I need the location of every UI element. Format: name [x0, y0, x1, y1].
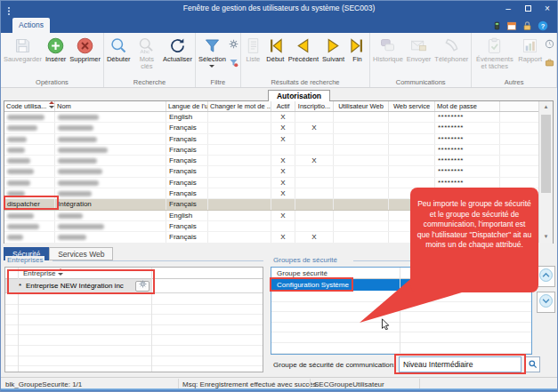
cell-nom — [55, 232, 166, 242]
ribbon-button-supprimer[interactable]: Supprimer — [68, 34, 102, 64]
ribbon-group-recherche: DébuterAbcMots clésActualiserRecherche — [104, 33, 196, 87]
ribbon-button-fin[interactable]: Fin — [346, 34, 368, 64]
cell-actif — [271, 221, 295, 231]
tab-actions[interactable]: Actions — [12, 18, 50, 33]
ribbon-button-label: Envoyer — [407, 56, 432, 63]
cell-nom — [55, 145, 166, 155]
delete-icon — [76, 35, 94, 56]
cell-code: dispatcher — [4, 199, 55, 209]
ribbon-group-filtre: SélectionFiltre — [196, 33, 241, 87]
column-header-nom[interactable]: Nom — [55, 101, 166, 111]
filter-mini-icon[interactable] — [229, 55, 239, 71]
cell-nom: Intégration — [55, 199, 166, 209]
ribbon-button-debuter[interactable]: Débuter — [105, 34, 133, 64]
redacted-text — [58, 213, 83, 219]
ribbon-button-label: Sauvegarder — [4, 56, 42, 63]
app-window: Fenêtre de gestion des utilisateurs du s… — [0, 0, 558, 392]
ribbon-tab-row: Actions ? — [1, 16, 557, 33]
column-header-langue-de-lut[interactable]: Langue de l'ut... — [166, 101, 208, 111]
cell-actif: X — [271, 166, 295, 176]
ribbon-button-label: Fin — [352, 56, 361, 63]
entreprise-row[interactable]: * Entreprise NEW Intégration inc — [5, 279, 263, 293]
tab-autorisation[interactable]: Autorisation — [268, 90, 330, 101]
tab-services-web[interactable]: Services Web — [49, 247, 113, 260]
nav-first-icon — [266, 35, 285, 56]
table-row[interactable]: FrançaisXX******** — [4, 123, 553, 133]
move-down-button[interactable] — [537, 292, 555, 313]
column-header-changer-le-mot-de[interactable]: Changer le mot de ... — [208, 101, 271, 111]
search-start-icon — [109, 35, 128, 56]
cell-code — [4, 123, 55, 132]
table-row[interactable]: FrançaisXX******** — [4, 156, 553, 166]
column-header-utilisateur-web[interactable]: Utilisateur Web — [334, 101, 389, 111]
entreprise-gear-button[interactable] — [135, 281, 150, 292]
cell-web-service — [389, 145, 435, 155]
cell-changer — [208, 145, 271, 155]
cell-utilisateur-web — [334, 112, 389, 122]
report-icon — [521, 35, 539, 56]
ribbon-button-inserer[interactable]: Insérer — [44, 34, 68, 64]
cell-utilisateur-web — [334, 188, 389, 198]
users-table-scrollbar[interactable]: ▲ ▼ — [538, 101, 553, 243]
table-row[interactable]: FrançaisX******** — [4, 134, 553, 145]
column-header-web-service[interactable]: Web service — [389, 101, 435, 111]
communication-search-button[interactable] — [524, 356, 540, 372]
minimize-button[interactable]: – — [502, 3, 514, 14]
cell-utilisateur-web — [334, 166, 389, 176]
ribbon-button-evenements-et-taches: Événements et tâches — [473, 34, 516, 71]
save-icon — [13, 35, 32, 56]
ribbon-button-envoyer: Envoyer — [405, 34, 433, 64]
clock-mini-icon[interactable] — [545, 36, 554, 52]
ribbon-button-debut[interactable]: Début — [264, 34, 287, 64]
ribbon-button-label: Insérer — [45, 56, 66, 63]
ribbon-group-label: Opérations — [2, 77, 102, 87]
scroll-up-icon[interactable]: ▲ — [539, 101, 553, 113]
column-header-actif[interactable]: Actif — [271, 101, 295, 111]
ribbon-button-label: Rapport — [518, 56, 542, 63]
ribbon-button-label: Historique — [373, 56, 403, 63]
scrollbar-thumb[interactable] — [541, 115, 551, 193]
cell-nom — [55, 134, 166, 144]
ribbon-button-suivant[interactable]: Suivant — [320, 34, 346, 64]
cell-changer — [208, 156, 271, 165]
redacted-text — [58, 180, 99, 186]
search-keywords-icon: Abc — [137, 35, 156, 56]
ribbon-button-label: Événements et tâches — [474, 56, 514, 70]
mouse-cursor-icon — [380, 317, 392, 333]
ribbon-group-label: Autres — [473, 77, 555, 87]
cell-changer — [208, 221, 271, 231]
maximize-button[interactable] — [522, 3, 534, 14]
column-header-code-utilisa[interactable]: Code utilisa... — [4, 101, 55, 111]
ribbon-button-label: Téléphoner — [434, 56, 468, 63]
cell-web-service — [389, 123, 435, 132]
cell-nom — [55, 178, 166, 188]
gear-mini-icon[interactable] — [229, 36, 239, 52]
ribbon-group-resultats-de-recherche: ListeDébutPrécédentSuivantFinRésultats d… — [241, 33, 370, 87]
column-header-mot-de-passe[interactable]: Mot de passe — [435, 101, 500, 111]
column-header-inscriptio[interactable]: Inscriptio... — [295, 101, 334, 111]
ribbon-button-selection[interactable]: Sélection — [197, 34, 228, 68]
communication-group-field[interactable]: Niveau Intermédiaire — [399, 356, 522, 372]
chevron-up-icon — [538, 268, 554, 286]
send-icon — [409, 35, 428, 56]
ribbon-button-label: Précédent — [288, 56, 319, 63]
move-up-button[interactable] — [537, 266, 555, 287]
cell-actif: X — [271, 134, 295, 144]
ribbon-button-mots-cles: AbcMots clés — [133, 34, 161, 71]
cell-inscription — [295, 188, 334, 198]
table-row[interactable]: EnglishX******** — [4, 112, 553, 123]
table-row[interactable]: FrançaisX******** — [4, 166, 553, 177]
cell-changer — [208, 112, 271, 122]
cell-mot-de-passe: ******** — [435, 112, 500, 122]
scroll-down-icon[interactable]: ▼ — [539, 231, 553, 243]
table-row[interactable]: Français******** — [4, 145, 553, 156]
cell-langue: Français — [166, 123, 208, 132]
cell-inscription — [295, 178, 334, 188]
entreprise-column-header[interactable]: Entreprise — [5, 268, 263, 279]
close-button[interactable]: × — [541, 3, 554, 14]
ribbon-button-actualiser[interactable]: Actualiser — [161, 34, 194, 64]
case-mini-icon[interactable] — [545, 55, 554, 71]
ribbon-group-label: Filtre — [197, 77, 239, 87]
cell-langue: Français — [166, 188, 208, 198]
ribbon-button-precedent[interactable]: Précédent — [287, 34, 320, 64]
